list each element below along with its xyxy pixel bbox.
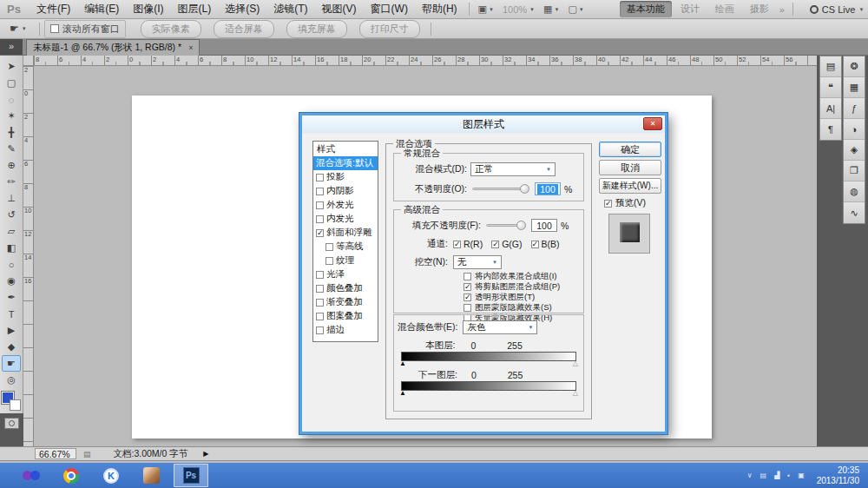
- taskbar-kugou[interactable]: K: [94, 464, 128, 487]
- style-checkbox[interactable]: [316, 285, 324, 293]
- style-item[interactable]: 混合选项:默认: [313, 156, 378, 170]
- status-zoom-input[interactable]: 66.67%: [35, 448, 76, 459]
- current-tool-button[interactable]: ☛▼: [7, 22, 30, 36]
- knockout-dropdown[interactable]: 无▼: [453, 255, 502, 269]
- mini-bridge-panel[interactable]: ▤: [820, 56, 841, 77]
- eyedropper-tool[interactable]: ✎: [2, 141, 21, 157]
- masks-panel[interactable]: ◈: [844, 140, 865, 161]
- styles-panel[interactable]: ƒ: [844, 98, 865, 119]
- scroll-all-windows-checkbox[interactable]: 滚动所有窗口: [44, 20, 126, 38]
- blur-tool[interactable]: ○: [2, 256, 21, 273]
- opacity-input[interactable]: 100: [535, 182, 561, 195]
- vertical-ruler[interactable]: 20246810121416: [23, 66, 34, 446]
- style-checkbox[interactable]: [316, 326, 324, 334]
- zoom-preset-button[interactable]: 适合屏幕: [214, 20, 274, 38]
- new-style-button[interactable]: 新建样式(W)...: [599, 178, 661, 194]
- style-checkbox[interactable]: [316, 201, 324, 209]
- crop-tool[interactable]: ╋: [2, 124, 21, 141]
- style-checkbox[interactable]: [326, 243, 333, 251]
- style-item[interactable]: 渐变叠加: [313, 295, 378, 309]
- tray-volume[interactable]: ▪: [787, 472, 790, 479]
- marquee-tool[interactable]: ▢: [2, 75, 21, 91]
- ok-button[interactable]: 确定: [599, 142, 661, 157]
- menu-item[interactable]: 文件(F): [30, 2, 77, 16]
- dialog-title-bar[interactable]: 图层样式 ✕: [302, 115, 665, 133]
- style-checkbox[interactable]: [316, 229, 324, 237]
- screen-mode-button[interactable]: ▢▼: [563, 3, 588, 15]
- tab-close-icon[interactable]: ×: [188, 43, 193, 52]
- channel-checkbox[interactable]: B(B): [531, 239, 560, 249]
- style-item[interactable]: 光泽: [313, 267, 378, 281]
- channel-checkbox[interactable]: G(G): [491, 239, 522, 249]
- fill-opacity-slider[interactable]: [486, 224, 523, 227]
- style-checkbox[interactable]: [316, 271, 324, 279]
- layers-panel[interactable]: ❐: [844, 161, 865, 181]
- paragraph-panel[interactable]: ¶: [820, 119, 841, 140]
- tray-ime[interactable]: ▤: [760, 472, 767, 479]
- workspace-button[interactable]: 摄影: [743, 1, 776, 17]
- taskbar-im-app[interactable]: [14, 464, 49, 487]
- style-checkbox[interactable]: [316, 188, 324, 195]
- menu-item[interactable]: 图层(L): [171, 2, 219, 16]
- this-layer-gradient[interactable]: [401, 352, 576, 361]
- dialog-close-button[interactable]: ✕: [643, 117, 662, 130]
- style-item[interactable]: 纹理: [313, 254, 378, 267]
- view-extras-button[interactable]: ▦▼: [539, 3, 563, 15]
- zoom-preset-button[interactable]: 填充屏幕: [286, 20, 347, 38]
- zoom-preset-button[interactable]: 打印尺寸: [359, 20, 420, 38]
- style-checkbox[interactable]: [316, 174, 324, 181]
- eraser-tool[interactable]: ▱: [2, 223, 21, 240]
- opacity-slider[interactable]: [472, 188, 526, 190]
- zoom-preset-button[interactable]: 实际像素: [141, 20, 201, 38]
- quick-mask-button[interactable]: [4, 418, 19, 429]
- brush-tool[interactable]: ✏: [2, 174, 21, 190]
- document-tab[interactable]: 未标题-1 @ 66.7% (形状 1, RGB/8) *×: [26, 39, 200, 56]
- blend-if-dropdown[interactable]: 灰色▼: [463, 320, 537, 334]
- gradient-marker-right[interactable]: △: [573, 360, 578, 367]
- tray-action-center[interactable]: ▣: [798, 472, 805, 479]
- tab-overflow-button[interactable]: »: [0, 39, 23, 55]
- color-panel[interactable]: ❂: [844, 56, 865, 77]
- cs-live-button[interactable]: CS Live▼: [810, 4, 864, 15]
- taskbar-avatar-app[interactable]: [134, 464, 168, 487]
- launch-bridge-button[interactable]: ▣▼: [474, 3, 498, 15]
- channels-panel[interactable]: ◍: [844, 181, 865, 202]
- style-item[interactable]: 颜色叠加: [313, 281, 378, 295]
- clone-stamp-tool[interactable]: ⊥: [2, 190, 21, 207]
- workspace-button[interactable]: 绘画: [708, 1, 741, 17]
- style-checkbox[interactable]: [316, 313, 324, 320]
- menu-item[interactable]: 滤镜(T): [266, 2, 314, 16]
- zoom-level-dropdown[interactable]: 100%▼: [498, 4, 539, 15]
- menu-item[interactable]: 视图(V): [315, 2, 364, 16]
- character-panel[interactable]: A|: [820, 98, 841, 119]
- style-item[interactable]: 内发光: [313, 212, 378, 226]
- tray-network[interactable]: ▟: [774, 472, 779, 479]
- swatches-panel[interactable]: ▦: [844, 77, 865, 98]
- shape-tool[interactable]: ◆: [2, 339, 21, 355]
- underlying-layer-gradient[interactable]: [401, 381, 576, 391]
- fill-opacity-slider-thumb[interactable]: [516, 221, 526, 230]
- channel-checkbox[interactable]: R(R): [453, 239, 483, 249]
- style-item[interactable]: 斜面和浮雕: [313, 226, 378, 240]
- notes-panel[interactable]: ❝: [820, 77, 841, 98]
- taskbar-photoshop[interactable]: Ps: [174, 464, 208, 487]
- tray-chevron[interactable]: ∨: [747, 472, 753, 479]
- gradient-tool[interactable]: ◧: [2, 240, 21, 256]
- paths-panel[interactable]: ∿: [844, 202, 865, 223]
- gradient-marker-right[interactable]: △: [573, 390, 578, 397]
- menu-item[interactable]: 图像(I): [126, 2, 170, 16]
- style-item[interactable]: 图案叠加: [313, 309, 378, 323]
- horizontal-ruler[interactable]: 8642024681012141618202224262830323436384…: [34, 56, 817, 66]
- menu-item[interactable]: 窗口(W): [364, 2, 415, 16]
- hand-tool[interactable]: ☛: [2, 355, 21, 372]
- menu-item[interactable]: 帮助(H): [415, 2, 464, 16]
- style-item[interactable]: 投影: [313, 170, 378, 184]
- style-item[interactable]: 外发光: [313, 198, 378, 212]
- path-selection-tool[interactable]: ▶: [2, 322, 21, 339]
- taskbar-clock[interactable]: 20:35 2013/11/30: [817, 465, 859, 486]
- adjustments-panel[interactable]: ◑: [844, 119, 865, 140]
- workspace-button[interactable]: 设计: [674, 1, 707, 17]
- fill-opacity-input[interactable]: 100: [531, 219, 557, 232]
- style-item[interactable]: 等高线: [313, 240, 378, 254]
- style-checkbox[interactable]: [316, 215, 324, 223]
